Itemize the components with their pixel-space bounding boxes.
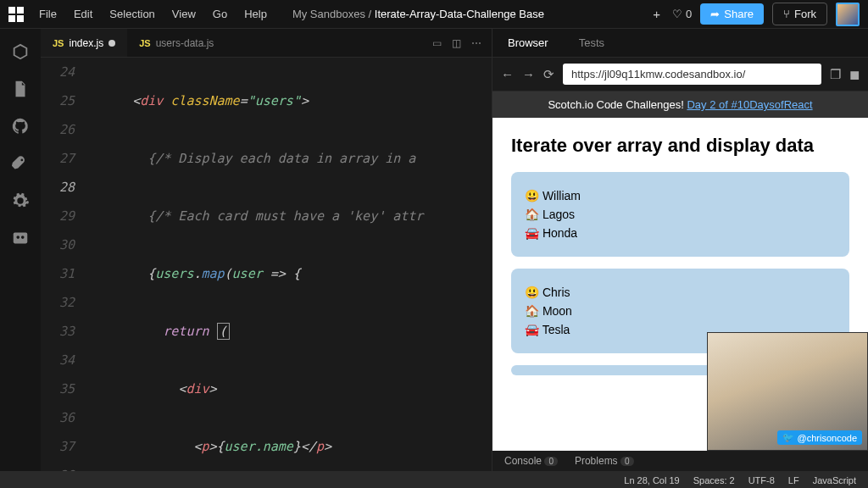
- banner-link[interactable]: Day 2 of #10DaysofReact: [687, 98, 812, 111]
- status-cursor-pos[interactable]: Ln 28, Col 19: [624, 475, 679, 485]
- code-editor[interactable]: 242526272829303132333435363738 <div clas…: [41, 58, 492, 471]
- code-lines[interactable]: <div className="users"> {/* Display each…: [86, 58, 492, 471]
- status-eol[interactable]: LF: [788, 475, 799, 485]
- menu-go[interactable]: Go: [213, 8, 227, 20]
- preview-frame: Iterate over array and display data 😃 Wi…: [492, 118, 868, 451]
- app-logo[interactable]: [8, 7, 24, 22]
- menu-selection[interactable]: Selection: [109, 8, 154, 20]
- new-window-icon[interactable]: ❐: [830, 67, 841, 82]
- share-button[interactable]: ➦Share: [700, 3, 764, 25]
- status-language[interactable]: JavaScript: [813, 475, 856, 485]
- console-tab[interactable]: Console 0: [504, 455, 558, 467]
- url-input[interactable]: https://jl09q11kmw.codesandbox.io/: [563, 64, 821, 85]
- likes-count[interactable]: ♡0: [672, 8, 692, 20]
- status-encoding[interactable]: UTF-8: [748, 475, 775, 485]
- live-icon[interactable]: [11, 229, 30, 247]
- svg-rect-0: [14, 233, 28, 244]
- avatar[interactable]: [836, 3, 860, 26]
- github-icon[interactable]: [11, 117, 30, 136]
- back-icon[interactable]: ←: [501, 67, 514, 81]
- tab-browser[interactable]: Browser: [492, 29, 564, 57]
- heart-icon: ♡: [672, 8, 682, 20]
- promo-banner: Scotch.io Code Challenges! Day 2 of #10D…: [492, 92, 868, 118]
- gear-icon[interactable]: [11, 191, 30, 210]
- twitter-badge: 🐦@chrisoncode: [777, 430, 862, 445]
- reload-icon[interactable]: ⟳: [543, 67, 554, 82]
- webcam-overlay: 🐦@chrisoncode: [707, 332, 868, 451]
- user-card: 😃 William🏠 Lagos🚘 Honda: [511, 172, 849, 257]
- file-icon[interactable]: [11, 80, 30, 98]
- square-icon[interactable]: ◼: [849, 67, 860, 82]
- tab-users-data-js[interactable]: JSusers-data.js: [127, 29, 225, 57]
- rocket-icon[interactable]: [11, 154, 30, 173]
- menu-edit[interactable]: Edit: [74, 8, 92, 20]
- breadcrumb[interactable]: My Sandboxes / Iterate-Array-Data-Challe…: [292, 8, 544, 20]
- svg-point-2: [21, 236, 25, 239]
- share-icon: ➦: [710, 8, 720, 20]
- tab-tests[interactable]: Tests: [564, 29, 620, 57]
- line-gutter: 242526272829303132333435363738: [41, 58, 86, 471]
- menu-help[interactable]: Help: [244, 8, 267, 20]
- svg-point-1: [16, 236, 19, 239]
- forward-icon[interactable]: →: [522, 67, 535, 81]
- layout-icon[interactable]: ▭: [432, 37, 442, 49]
- cube-icon[interactable]: [11, 42, 30, 61]
- fork-button[interactable]: ⑂Fork: [772, 3, 827, 25]
- tab-index-js[interactable]: JSindex.js: [41, 29, 127, 57]
- twitter-icon: 🐦: [782, 432, 794, 443]
- page-title: Iterate over array and display data: [511, 135, 849, 157]
- js-icon: JS: [139, 38, 150, 48]
- status-spaces[interactable]: Spaces: 2: [693, 475, 735, 485]
- plus-icon[interactable]: +: [649, 3, 664, 25]
- menu-view[interactable]: View: [172, 8, 196, 20]
- problems-tab[interactable]: Problems 0: [575, 455, 634, 467]
- split-icon[interactable]: ◫: [452, 37, 461, 49]
- menu-file[interactable]: File: [39, 8, 57, 20]
- more-icon[interactable]: ⋯: [471, 37, 481, 49]
- js-icon: JS: [53, 38, 64, 48]
- dirty-indicator: [108, 40, 115, 47]
- fork-icon: ⑂: [783, 8, 790, 20]
